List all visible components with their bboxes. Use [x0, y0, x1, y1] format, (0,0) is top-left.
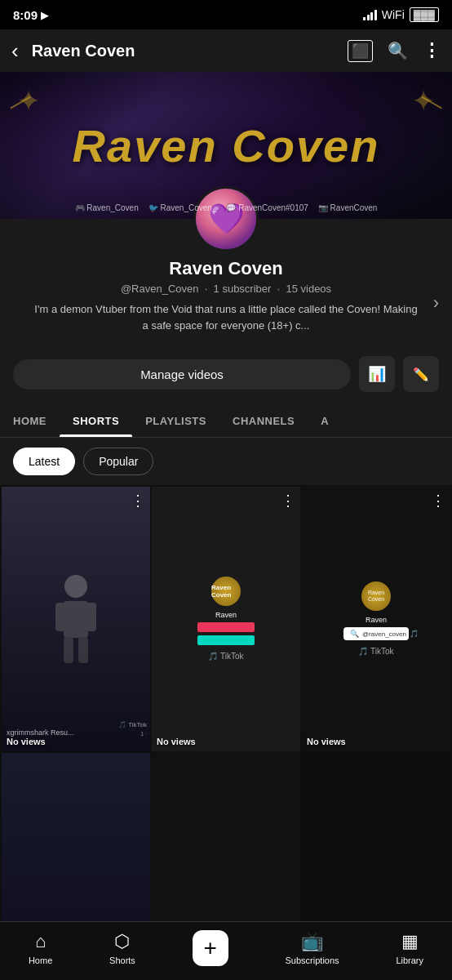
avatar-image	[196, 189, 256, 249]
signal-bars	[363, 9, 377, 20]
nav-subscriptions[interactable]: 📺 Subscriptions	[279, 928, 346, 969]
manage-videos-button[interactable]: Manage videos	[13, 359, 351, 390]
nav-library[interactable]: ▦ Library	[389, 928, 430, 969]
channel-meta: @Raven_Coven · 1 subscriber · 15 videos	[121, 283, 331, 295]
action-bar: Manage videos 📊 ✏️	[0, 346, 452, 405]
channel-name: Raven Coven	[169, 258, 282, 279]
tiktok-avatar-3: Raven Coven	[361, 581, 391, 611]
home-icon: ⌂	[35, 931, 46, 952]
battery-icon: ▓▓▓	[410, 7, 439, 22]
location-icon: ▶	[41, 9, 49, 21]
video-more-3[interactable]: ⋮	[431, 492, 445, 510]
channel-info: Raven Coven @Raven_Coven · 1 subscriber …	[0, 219, 452, 346]
channel-description: I'm a demon Vtuber from the Void that ru…	[30, 301, 422, 333]
channel-subscribers: 1 subscriber	[214, 283, 272, 295]
library-icon: ▦	[401, 931, 419, 952]
status-time: 8:09	[13, 8, 38, 22]
wifi-icon: WiFi	[382, 8, 405, 21]
banner-star-left: ✦	[16, 84, 41, 118]
tab-channels[interactable]: CHANNELS	[219, 405, 308, 437]
tiktok-logo-1: 🎵 TikTok	[118, 721, 147, 728]
video-card-2[interactable]: Raven Coven Raven 🎵 TikTok ⋮ No views	[152, 487, 300, 751]
channel-videos: 15 videos	[286, 283, 331, 295]
tab-about[interactable]: A	[308, 405, 342, 437]
video-subtext-1: xgrimmshark Resu...	[7, 728, 74, 737]
tiktok-avatar-2: Raven Coven	[211, 577, 241, 606]
channel-tabs: HOME SHORTS PLAYLISTS CHANNELS A	[0, 405, 452, 438]
svg-rect-5	[78, 637, 88, 663]
video-grid: 🎵 TikTok 1 · ⋮ No views xgrimmshark Resu…	[0, 485, 452, 753]
cast-icon[interactable]: ⬛	[348, 40, 373, 62]
social-twitch: 🎮 Raven_Coven	[75, 203, 139, 212]
svg-rect-3	[86, 603, 96, 631]
tab-shorts[interactable]: SHORTS	[60, 405, 132, 437]
tiktok-logo-3: 🎵 TikTok	[358, 647, 393, 656]
tiktok-user-1: 1 ·	[140, 731, 147, 737]
video-views-1: No views	[7, 737, 46, 746]
home-label: Home	[29, 956, 52, 965]
tiktok-logo-2: 🎵 TikTok	[208, 652, 243, 661]
search-icon[interactable]: 🔍	[388, 41, 408, 60]
video-views-2: No views	[157, 737, 196, 746]
tab-playlists[interactable]: PLAYLISTS	[132, 405, 219, 437]
library-label: Library	[396, 956, 423, 965]
svg-rect-4	[64, 637, 73, 663]
more-icon[interactable]: ⋮	[423, 40, 441, 61]
video-card-3[interactable]: Raven Coven Raven 🔍 @raven_coven 🎵 🎵 Tik…	[302, 487, 450, 751]
tiktok-label-2: Raven	[215, 611, 237, 619]
person-figure	[47, 570, 104, 668]
nav-shorts[interactable]: ⬡ Shorts	[103, 928, 142, 969]
expand-description-icon[interactable]: ›	[433, 292, 439, 314]
channel-dot: ·	[202, 283, 213, 295]
video-more-2[interactable]: ⋮	[281, 492, 295, 510]
banner-title: Raven Coven	[73, 119, 380, 172]
channel-avatar[interactable]	[193, 186, 259, 252]
tiktok-search-bar: 🔍 @raven_coven 🎵	[343, 627, 409, 640]
back-button[interactable]: ‹	[11, 38, 19, 64]
edit-icon: ✏️	[413, 367, 429, 382]
svg-point-0	[64, 575, 87, 598]
edit-button[interactable]: ✏️	[403, 356, 439, 392]
social-discord: 💬 RavenCoven#0107	[226, 203, 308, 212]
status-icons: WiFi ▓▓▓	[363, 7, 439, 22]
video-card-1[interactable]: 🎵 TikTok 1 · ⋮ No views xgrimmshark Resu…	[2, 487, 150, 751]
tiktok-search-card: Raven Coven Raven 🔍 @raven_coven 🎵 🎵 Tik…	[302, 487, 450, 751]
tiktok-bar-cyan	[197, 635, 255, 645]
analytics-icon: 📊	[368, 365, 386, 383]
top-nav: ‹ Raven Coven ⬛ 🔍 ⋮	[0, 29, 452, 72]
subscriptions-icon: 📺	[301, 931, 323, 952]
add-icon: +	[193, 930, 228, 966]
video-more-1[interactable]: ⋮	[131, 492, 145, 510]
shorts-icon: ⬡	[114, 931, 130, 952]
tiktok-label-3: Raven	[366, 616, 387, 624]
channel-handle: @Raven_Coven	[121, 283, 199, 295]
nav-home[interactable]: ⌂ Home	[22, 928, 59, 969]
tiktok-card-inner-2: Raven Coven Raven 🎵 TikTok	[152, 487, 300, 751]
banner-star-right: ✦	[411, 84, 436, 118]
filter-latest[interactable]: Latest	[13, 448, 75, 475]
tab-home[interactable]: HOME	[0, 405, 60, 437]
banner-social: 🎮 Raven_Coven 🐦 Raven_Coven_ 💬 RavenCove…	[0, 203, 452, 212]
channel-dot2: ·	[274, 283, 286, 295]
svg-rect-1	[64, 601, 88, 638]
video-views-3: No views	[307, 737, 346, 746]
status-bar: 8:09 ▶ WiFi ▓▓▓	[0, 0, 452, 29]
filter-row: Latest Popular	[0, 438, 452, 485]
filter-popular[interactable]: Popular	[83, 448, 153, 475]
bottom-nav: ⌂ Home ⬡ Shorts + 📺 Subscriptions ▦ Libr…	[0, 921, 452, 980]
tiktok-bar-red	[197, 622, 255, 632]
channel-page-title: Raven Coven	[32, 42, 338, 60]
nav-actions: ⬛ 🔍 ⋮	[348, 40, 441, 62]
subscriptions-label: Subscriptions	[286, 956, 339, 965]
shorts-label: Shorts	[109, 956, 135, 965]
analytics-button[interactable]: 📊	[359, 356, 395, 392]
social-instagram: 📷 RavenCoven	[318, 203, 378, 212]
social-twitter: 🐦 Raven_Coven_	[148, 203, 217, 212]
nav-add[interactable]: +	[186, 927, 235, 969]
svg-rect-2	[55, 603, 65, 631]
